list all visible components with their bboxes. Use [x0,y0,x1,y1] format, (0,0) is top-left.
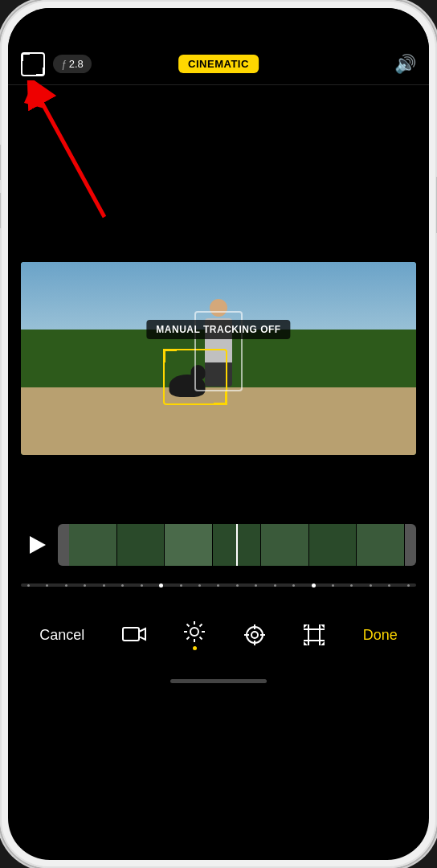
timeline-area [8,519,429,571]
toolbar-left: ƒ 2.8 [21,52,92,76]
scrubber-dot-8 [180,584,182,587]
svg-point-15 [251,632,258,638]
toolbar-right: 🔊 [394,54,416,75]
target-icon [243,624,266,646]
f-symbol: ƒ [61,59,67,70]
svg-line-13 [187,637,190,639]
filmstrip-frame-7 [357,524,405,566]
scrubber-dot-19 [407,584,410,587]
annotation-arrow [24,80,120,225]
filmstrip-frame-2 [117,524,165,566]
status-bar [8,8,429,43]
filmstrip-bracket-left [58,524,69,566]
svg-marker-2 [24,84,44,108]
scrubber-dot-active [159,583,163,588]
scrubber-dot-7 [141,584,143,587]
cancel-button[interactable]: Cancel [39,627,84,644]
timeline-row [21,519,416,571]
active-dot [193,646,197,650]
home-indicator [8,667,429,694]
done-button[interactable]: Done [363,627,398,644]
scrubber-dot-3 [65,584,67,587]
aperture-value: 2.8 [69,58,84,70]
volume-icon[interactable]: 🔊 [394,54,416,74]
phone-frame: ƒ 2.8 CINEMATIC 🔊 [0,0,437,868]
scrubber-dot-14 [292,584,295,587]
scrubber-dot-12 [255,584,257,587]
volume-down-button[interactable] [0,193,1,228]
scrubber-dot-11 [236,584,239,587]
sun-icon [183,620,206,643]
notch [170,8,267,31]
scrubber-dot-10 [217,584,219,587]
svg-line-11 [200,637,202,639]
home-bar [170,679,267,683]
scrubber-dot-5 [103,584,105,587]
svg-marker-26 [304,641,308,645]
svg-line-1 [39,96,104,217]
scrubber-dot-1 [27,584,30,587]
volume-up-button[interactable] [0,145,1,180]
svg-rect-3 [123,628,139,641]
scrubber-row[interactable] [8,574,429,596]
toolbar: ƒ 2.8 CINEMATIC 🔊 [8,43,429,85]
focus-tracking-icon[interactable] [21,52,45,76]
scrubber-dots [21,583,416,588]
filmstrip[interactable] [58,524,416,566]
playhead [236,524,238,566]
crop-icon [303,624,325,646]
manual-tracking-label: MANUAL TRACKING OFF [146,320,290,339]
scrubber-dot-9 [198,584,201,587]
black-space-mid [8,455,429,519]
scrubber-dot-active-2 [312,583,316,588]
play-button[interactable] [21,530,51,560]
camera-icon [122,624,146,645]
aperture-badge[interactable]: ƒ 2.8 [53,55,92,73]
scrubber-dot-13 [274,584,276,587]
svg-marker-27 [321,641,325,645]
adjustment-button[interactable] [183,620,206,650]
scrubber-dot-6 [121,584,124,587]
svg-line-12 [200,624,202,626]
svg-point-5 [190,628,198,636]
crop-button[interactable] [303,624,325,646]
svg-marker-25 [321,624,325,628]
svg-marker-4 [139,628,145,640]
phone-screen: ƒ 2.8 CINEMATIC 🔊 [8,8,429,860]
play-triangle-icon [30,536,46,554]
video-scene: MANUAL TRACKING OFF [21,262,416,455]
filmstrip-bracket-right [405,524,416,566]
filmstrip-frame-3 [165,524,213,566]
filmstrip-frame-6 [309,524,357,566]
scrubber-dot-2 [46,584,48,587]
scrubber-dot-18 [388,584,390,587]
scrubber-dot-4 [84,584,86,587]
bottom-toolbar: Cancel [8,603,429,667]
cinematic-badge: CINEMATIC [178,55,259,73]
video-camera-button[interactable] [122,624,146,645]
filmstrip-frames [69,524,405,566]
cinematic-label: CINEMATIC [188,58,249,70]
scrubber-dot-16 [350,584,353,587]
video-preview[interactable]: MANUAL TRACKING OFF [21,262,416,455]
filmstrip-frame-1 [69,524,117,566]
scrubber-track [21,583,416,587]
filmstrip-frame-5 [261,524,309,566]
focus-button[interactable] [243,624,266,646]
scrubber-dot-15 [332,584,334,587]
scrubber-dot-17 [370,584,372,587]
svg-line-10 [187,624,190,626]
svg-marker-24 [304,624,308,628]
